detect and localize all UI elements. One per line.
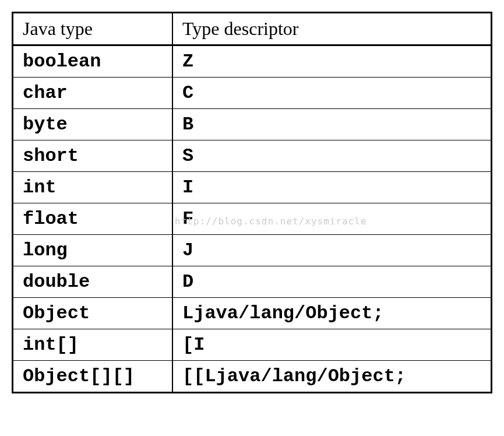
- cell-descriptor: F: [172, 203, 492, 235]
- cell-java-type: Object[][]: [13, 361, 173, 393]
- cell-java-type: boolean: [13, 45, 173, 78]
- cell-java-type: char: [13, 78, 173, 109]
- table-row: char C: [13, 78, 492, 109]
- cell-descriptor: B: [172, 109, 492, 140]
- cell-java-type: byte: [13, 109, 173, 140]
- table-row: float F: [13, 203, 492, 235]
- cell-java-type: long: [13, 235, 173, 266]
- table-row: int[] [I: [13, 329, 492, 361]
- cell-java-type: int: [13, 172, 173, 203]
- cell-descriptor: Ljava/lang/Object;: [172, 298, 492, 329]
- cell-java-type: float: [13, 203, 173, 235]
- cell-descriptor: Z: [172, 45, 492, 78]
- cell-java-type: int[]: [13, 329, 173, 361]
- table-row: boolean Z: [13, 45, 492, 78]
- table-row: Object Ljava/lang/Object;: [13, 298, 492, 329]
- header-row: Java type Type descriptor: [13, 13, 492, 45]
- cell-descriptor: S: [172, 140, 492, 172]
- cell-descriptor: C: [172, 78, 492, 109]
- cell-java-type: double: [13, 266, 173, 298]
- header-type-descriptor: Type descriptor: [172, 13, 492, 45]
- cell-java-type: Object: [13, 298, 173, 329]
- table-row: long J: [13, 235, 492, 266]
- cell-descriptor: I: [172, 172, 492, 203]
- cell-descriptor: [I: [172, 329, 492, 361]
- table-row: Object[][] [[Ljava/lang/Object;: [13, 361, 492, 393]
- type-descriptor-table: Java type Type descriptor boolean Z char…: [12, 12, 492, 393]
- header-java-type: Java type: [13, 13, 173, 45]
- table-row: double D: [13, 266, 492, 298]
- cell-descriptor: [[Ljava/lang/Object;: [172, 361, 492, 393]
- cell-descriptor: J: [172, 235, 492, 266]
- table-row: int I: [13, 172, 492, 203]
- cell-descriptor: D: [172, 266, 492, 298]
- cell-java-type: short: [13, 140, 173, 172]
- table-row: short S: [13, 140, 492, 172]
- table-row: byte B: [13, 109, 492, 140]
